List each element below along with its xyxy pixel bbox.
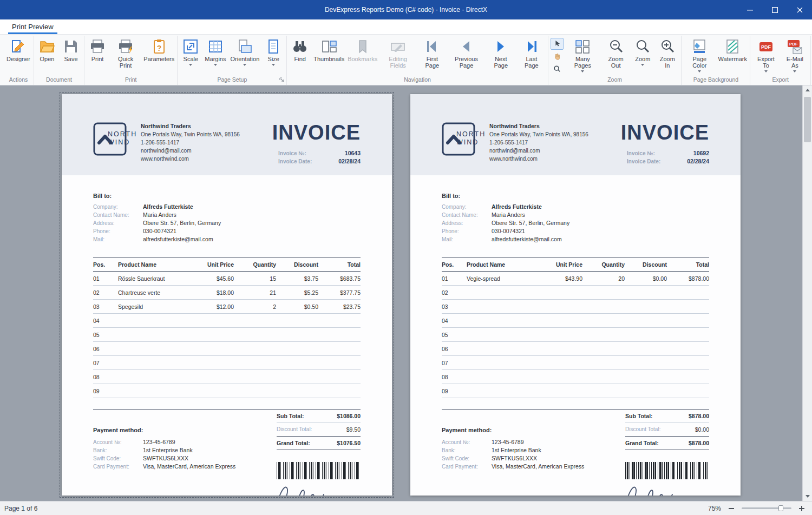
- statusbar-zoom-in-button[interactable]: [798, 505, 806, 512]
- signature-block: Andrew Jacobson Account Manager: [625, 483, 709, 496]
- dropdown-caret-icon: [764, 70, 768, 72]
- logo-text: NORTHWIND: [108, 130, 137, 147]
- zoom-percent-label: 75%: [708, 505, 721, 512]
- vertical-scrollbar[interactable]: [802, 85, 812, 501]
- app-window: DevExpress Reports Demo (C# code) - Invo…: [0, 0, 812, 515]
- zoom-button[interactable]: Zoom: [631, 36, 654, 76]
- export-to-button[interactable]: PDF Export To: [751, 36, 780, 76]
- invoice-table-row: 09: [93, 384, 361, 398]
- ribbon-group-actions: Designer Actions: [3, 36, 34, 85]
- next-page-button[interactable]: Next Page: [485, 36, 516, 76]
- invoice-title-block: INVOICE Invoice №:10692 Invoice Date:02/…: [621, 122, 709, 175]
- scroll-up-button[interactable]: [803, 85, 812, 95]
- minimize-button[interactable]: [737, 0, 762, 19]
- zoom-out-icon: [608, 38, 624, 55]
- last-page-button[interactable]: Last Page: [516, 36, 547, 76]
- export-pdf-icon: PDF: [758, 38, 774, 55]
- discount-total-value: $0.00: [695, 426, 709, 433]
- dropdown-caret-icon: [641, 64, 644, 66]
- northwind-logo: NORTHWIND: [93, 122, 127, 156]
- pages-container: NORTHWIND Northwind Traders One Portals …: [0, 85, 802, 501]
- email-as-button[interactable]: PDF E-Mail As: [781, 36, 809, 76]
- zoom-out-button[interactable]: Zoom Out: [601, 36, 631, 76]
- dropdown-caret-icon: [272, 64, 275, 66]
- first-page-button[interactable]: First Page: [417, 36, 447, 76]
- signature-scribble-icon: [621, 480, 676, 496]
- totals-summary: Sub Total:$878.00 Discount Total:$0.00 G…: [625, 410, 709, 450]
- scrollbar-thumb[interactable]: [804, 97, 811, 142]
- arrow-down-icon: [806, 495, 810, 498]
- page-indicator: Page 1 of 6: [4, 505, 37, 512]
- statusbar-zoom-out-button[interactable]: [728, 505, 735, 512]
- invoice-page-1[interactable]: NORTHWIND Northwind Traders One Portals …: [60, 92, 394, 498]
- email-pdf-icon: PDF: [787, 38, 803, 55]
- thumbnails-icon: [321, 38, 337, 55]
- parameters-button[interactable]: ? Parameters: [142, 36, 176, 76]
- open-button[interactable]: Open: [35, 36, 59, 76]
- dropdown-caret-icon: [189, 64, 192, 66]
- zoom-slider-thumb[interactable]: [778, 505, 783, 511]
- maximize-button[interactable]: [762, 0, 787, 19]
- invoice-table-row: 01Rössle Sauerkraut$45.6015$3.75$683.75: [93, 272, 361, 286]
- invoice-table-row: 02Chartreuse verte$18.0021$5.25$377.75: [93, 286, 361, 300]
- scroll-down-button[interactable]: [803, 492, 812, 501]
- watermark-button[interactable]: Watermark: [716, 36, 749, 76]
- many-pages-button[interactable]: Many Pages: [565, 36, 601, 76]
- group-label-export: Export: [751, 76, 809, 85]
- orientation-button[interactable]: Orientation: [228, 36, 261, 76]
- invoice-page-2[interactable]: NORTHWIND Northwind Traders One Portals …: [408, 92, 743, 498]
- page-setup-dialog-launcher[interactable]: [279, 77, 285, 83]
- scrollbar-track[interactable]: [803, 95, 812, 492]
- pointer-tool-button[interactable]: [551, 38, 564, 50]
- orientation-icon: [237, 38, 253, 55]
- scale-button[interactable]: Scale: [179, 36, 202, 76]
- bill-to-info: Company:Alfreds Futterkiste Contact Name…: [442, 203, 709, 243]
- barcode: [625, 462, 709, 479]
- invoice-header: NORTHWIND Northwind Traders One Portals …: [410, 94, 741, 175]
- invoice-document-2: NORTHWIND Northwind Traders One Portals …: [410, 94, 741, 496]
- window-title: DevExpress Reports Demo (C# code) - Invo…: [0, 6, 812, 14]
- print-button[interactable]: Print: [86, 36, 109, 76]
- hand-tool-button[interactable]: [551, 50, 564, 62]
- close-button[interactable]: [787, 0, 812, 19]
- zoom-tool-button[interactable]: [551, 63, 564, 75]
- invoice-items-table: Pos. Product Name Unit Price Quantity Di…: [442, 258, 709, 398]
- open-folder-icon: [39, 38, 55, 55]
- invoice-table-row: 02: [442, 286, 709, 300]
- designer-button[interactable]: Designer: [4, 36, 32, 76]
- totals-summary: Sub Total:$1086.00 Discount Total:$9.50 …: [277, 410, 361, 450]
- find-button[interactable]: Find: [288, 36, 312, 76]
- save-button[interactable]: Save: [59, 36, 83, 76]
- size-button[interactable]: Size: [261, 36, 285, 76]
- ribbon-group-page-background: Page Color Watermark Page Background: [682, 36, 750, 85]
- invoice-title: INVOICE: [621, 122, 709, 143]
- tab-print-preview[interactable]: Print Preview: [6, 20, 59, 34]
- invoice-table-row: 08: [442, 370, 709, 384]
- margins-icon: [207, 38, 224, 55]
- editing-fields-button: Editing Fields: [379, 36, 417, 76]
- page-color-button[interactable]: Page Color: [683, 36, 716, 76]
- dropdown-caret-icon: [214, 64, 217, 66]
- watermark-icon: [724, 38, 741, 55]
- invoice-table-row: 03Spegesild$12.002$0.50$23.75: [93, 300, 361, 314]
- print-preview-area: NORTHWIND Northwind Traders One Portals …: [0, 85, 812, 501]
- previous-page-button[interactable]: Previous Page: [447, 36, 485, 76]
- invoice-number: 10643: [345, 149, 361, 157]
- zoom-in-button[interactable]: Zoom In: [654, 36, 680, 76]
- designer-icon: [10, 38, 27, 55]
- zoom-slider-track[interactable]: [742, 507, 791, 509]
- titlebar: DevExpress Reports Demo (C# code) - Invo…: [0, 0, 812, 19]
- group-label-navigation: Navigation: [288, 76, 546, 85]
- bookmarks-button: Bookmarks: [346, 36, 379, 76]
- quick-printer-icon: [117, 38, 134, 55]
- quick-print-button[interactable]: Quick Print: [109, 36, 142, 76]
- svg-text:PDF: PDF: [761, 44, 771, 50]
- minimize-icon: [747, 7, 753, 13]
- invoice-date: 02/28/24: [338, 157, 361, 166]
- thumbnails-button[interactable]: Thumbnails: [312, 36, 346, 76]
- invoice-table-row: 05: [442, 328, 709, 342]
- ribbon: Designer Actions Open Save: [0, 35, 812, 85]
- ribbon-group-page-setup: Scale Margins Orientation: [178, 36, 287, 85]
- zoom-in-icon: [659, 38, 676, 55]
- margins-button[interactable]: Margins: [202, 36, 228, 76]
